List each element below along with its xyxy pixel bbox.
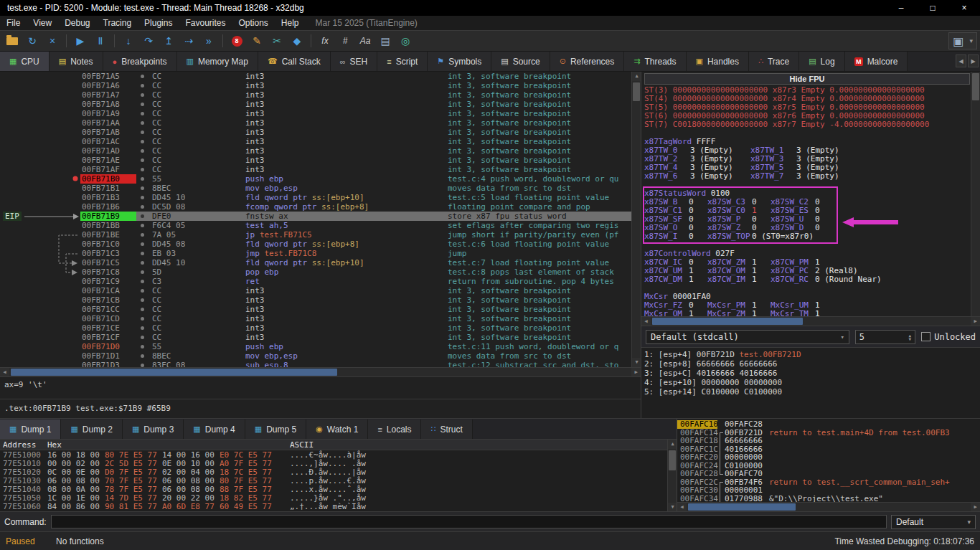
registers-vscrollbar[interactable] (971, 72, 980, 316)
argument-row[interactable]: 1: [esp+4] 00FB721D test.00FB721D (641, 350, 980, 359)
register-line[interactable]: x87TW_63 (Empty)x87TW_73 (Empty) (641, 172, 980, 181)
stack-row[interactable]: 00FAFC1000FAFC28 (677, 420, 980, 429)
registers-hscrollbar[interactable]: ◀ ▶ (641, 316, 980, 326)
tab-dump-2[interactable]: ▦Dump 2 (61, 419, 122, 439)
command-input[interactable] (51, 515, 887, 528)
disasm-row[interactable]: 00FB71B6DC5D 08fcomp qword ptr ss:[ebp+8… (80, 202, 631, 212)
disasm-row[interactable]: 00FB71CCCCint3int 3, software breakpoint (80, 305, 631, 314)
disasm-row[interactable]: 00FB71C9C3retreturn from subroutine. pop… (80, 277, 631, 286)
disasm-row[interactable]: 00FB71ABCCint3int 3, software breakpoint (80, 128, 631, 137)
tab-script[interactable]: ≡Script (377, 52, 428, 71)
snip-button[interactable]: ✂ (268, 32, 286, 49)
tab-struct[interactable]: ∷Struct (421, 419, 472, 439)
tab-malcore[interactable]: MMalcore (845, 52, 908, 71)
tab-memory-map[interactable]: ▥Memory Map (177, 52, 258, 71)
tab-log[interactable]: ▤Log (799, 52, 844, 71)
menu-options[interactable]: Options (232, 16, 274, 30)
disasm-row[interactable]: 00FB71B18BECmov ebp,espmoves data from s… (80, 184, 631, 193)
stack-row[interactable]: 00FAFC2000000000 (677, 453, 980, 462)
menu-plugins[interactable]: Plugins (138, 16, 179, 30)
scrollbar-thumb[interactable] (652, 318, 803, 325)
argument-row[interactable]: 3: [esp+C] 40166666 40166666 (641, 369, 980, 378)
stack-hscrollbar[interactable]: ◀ ▶ (677, 502, 980, 511)
disasm-row[interactable]: 00FB71AFCCint3int 3, software breakpoint (80, 165, 631, 174)
menu-help[interactable]: Help (275, 16, 306, 30)
disasm-hscrollbar[interactable]: ◀ ▶ (0, 367, 641, 376)
disasm-row[interactable]: 00FB71B9DFE0fnstsw axstore x87 fpu statu… (80, 212, 631, 221)
stack-row[interactable]: 00FAFC1400FB721Dreturn to test.main+4D f… (677, 429, 980, 437)
disasm-row[interactable]: 00FB71CECCint3int 3, software breakpoint (80, 323, 631, 333)
step-into-button[interactable]: ↓ (119, 32, 138, 49)
compare-button[interactable]: ◆ (288, 32, 306, 49)
restart-button[interactable]: ↻ (23, 32, 42, 49)
trace-button[interactable]: 8 (227, 32, 246, 49)
stack-row[interactable]: 00FAFC24C0100000 (677, 462, 980, 470)
tab-references[interactable]: ⊙References (550, 52, 625, 71)
tab-cpu[interactable]: ▦CPU (0, 52, 50, 71)
register-line[interactable]: ST(7) C0018000000000000000 x87r7 Empty -… (641, 120, 980, 129)
disasm-row[interactable]: 00FB71C5DD45 10fld qword ptr ss:[ebp+10]… (80, 258, 631, 267)
disasm-row[interactable]: 00FB71CDCCint3int 3, software breakpoint (80, 314, 631, 323)
disasm-row[interactable]: 00FB71C85Dpop ebptest.c:8 pops last elem… (80, 267, 631, 277)
disasm-row[interactable]: 00FB71ACCCint3int 3, software breakpoint (80, 137, 631, 146)
disasm-row[interactable]: 00FB71BE7A 05jp test.FB71C5jump short if… (80, 230, 631, 240)
tab-notes[interactable]: ▤Notes (50, 52, 103, 71)
stack-row[interactable]: 00FAFC2800FAFC70 (677, 470, 980, 478)
tab-dump-4[interactable]: ▦Dump 4 (184, 419, 245, 439)
tab-symbols[interactable]: ⚑Symbols (428, 52, 491, 71)
tab-threads[interactable]: ⇉Threads (624, 52, 686, 71)
hide-fpu-button[interactable]: Hide FPU (644, 73, 970, 85)
argument-row[interactable]: 5: [esp+14] C0100000 C0100000 (641, 387, 980, 397)
fx-button[interactable]: fx (316, 32, 334, 49)
scrollbar-thumb[interactable] (633, 82, 640, 101)
skip-button[interactable]: ⇢ (179, 32, 198, 49)
tab-dump-5[interactable]: ▦Dump 5 (245, 419, 306, 439)
tab-dump-3[interactable]: ▦Dump 3 (123, 419, 184, 439)
step-out-button[interactable]: ↥ (159, 32, 178, 49)
register-line[interactable]: x87CW_DM1x87CW_IM1x87CW_RC0 (Round Near) (641, 275, 980, 284)
close-button[interactable]: × (948, 0, 980, 16)
disasm-row[interactable]: 00FB71A5CCint3int 3, software breakpoint (80, 72, 631, 81)
disasm-row[interactable]: 00FB71A6CCint3int 3, software breakpoint (80, 81, 631, 90)
tab-trace[interactable]: ∴Trace (749, 52, 799, 71)
tab-locals[interactable]: ≡Locals (368, 419, 421, 439)
disasm-row[interactable]: 00FB71B055push ebptest.c:4 push word, do… (80, 174, 631, 184)
font-button[interactable]: Aa (356, 32, 374, 49)
disasm-row[interactable]: 00FB71A8CCint3int 3, software breakpoint (80, 100, 631, 109)
stack-row[interactable]: 00FAFC1866666666 (677, 437, 980, 445)
stack-row[interactable]: 00FAFC1C40166666 (677, 445, 980, 454)
tab-call-stack[interactable]: ☎Call Stack (258, 52, 331, 71)
dump-vscrollbar[interactable]: ▲ ▼ (667, 440, 677, 512)
unlocked-checkbox[interactable]: Unlocked (921, 332, 976, 342)
run-button[interactable]: ▶ (71, 32, 90, 49)
animate-button[interactable]: » (199, 32, 218, 49)
stop-button[interactable]: × (43, 32, 62, 49)
menu-tracing[interactable]: Tracing (97, 16, 138, 30)
disasm-row[interactable]: 00FB71BBF6C4 05test ah,5set eflags after… (80, 221, 631, 230)
tab-scroll-right-button[interactable]: ▶ (968, 54, 979, 67)
register-line[interactable]: x87SW_I0x87SW_TOP0 (ST0=x87r0) (641, 232, 980, 241)
disasm-row[interactable]: 00FB71C0DD45 08fld qword ptr ss:[ebp+8]t… (80, 240, 631, 249)
patch-button[interactable]: ✎ (248, 32, 266, 49)
scroll-right-icon[interactable]: ▶ (971, 503, 980, 511)
stack-row[interactable]: 00FAFC2C00FB74F6return to test.__scrt_co… (677, 478, 980, 487)
scrollbar-thumb[interactable] (972, 73, 979, 100)
online-help-button[interactable]: ◎ (396, 32, 415, 49)
menu-file[interactable]: File (0, 16, 27, 30)
disasm-row[interactable]: 00FB71D055push ebptest.c:11 push word, d… (80, 342, 631, 351)
calling-convention-select[interactable]: Default (stdcall) ▾ (646, 330, 849, 344)
disasm-row[interactable]: 00FB71D383EC 08sub esp,8test.c:12 substr… (80, 361, 631, 367)
disasm-row[interactable]: 00FB71C3EB 03jmp test.FB71C8jump (80, 249, 631, 258)
maximize-button[interactable]: □ (917, 0, 948, 16)
menu-view[interactable]: View (27, 16, 58, 30)
tab-watch-1[interactable]: ◉Watch 1 (306, 419, 368, 439)
disasm-row[interactable]: 00FB71A7CCint3int 3, software breakpoint (80, 90, 631, 100)
calculator-button[interactable]: # (336, 32, 354, 49)
disasm-row[interactable]: 00FB71B3DD45 10fld qword ptr ss:[ebp+10]… (80, 193, 631, 202)
stack-row[interactable]: 00FAFC3000000001 (677, 486, 980, 495)
tab-handles[interactable]: ▣Handles (687, 52, 749, 71)
tab-scroll-left-button[interactable]: ◀ (956, 54, 966, 67)
argument-row[interactable]: 2: [esp+8] 66666666 66666666 (641, 359, 980, 369)
capture-button[interactable]: ▣ ▾ (948, 32, 977, 49)
argument-row[interactable]: 4: [esp+10] 00000000 00000000 (641, 378, 980, 387)
